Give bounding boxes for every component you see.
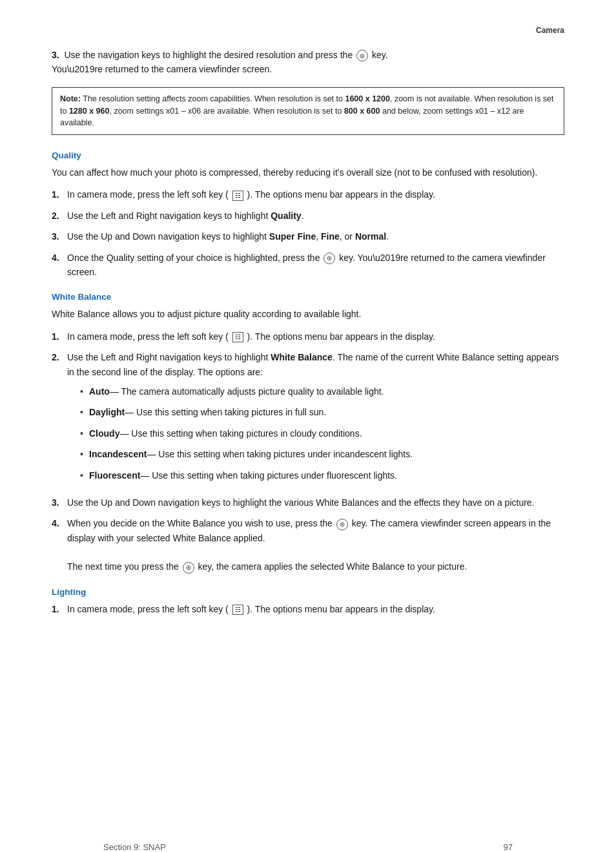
wb-bullet-cloudy: Cloudy — Use this setting when taking pi… — [80, 426, 564, 441]
chapter-title: Camera — [536, 26, 564, 35]
step-content: Use the Up and Down navigation keys to h… — [67, 495, 564, 510]
step-num: 4. — [52, 516, 67, 574]
ok-key-icon-2 — [183, 562, 194, 574]
quality-steps: 1. In camera mode, press the left soft k… — [52, 187, 564, 279]
wb-step-3: 3. Use the Up and Down navigation keys t… — [52, 495, 564, 510]
step3-line: 3. Use the navigation keys to highlight … — [52, 48, 564, 77]
wb-bullet-incandescent: Incandescent — Use this setting when tak… — [80, 447, 564, 461]
wb-bullet-auto: Auto — The camera automatically adjusts … — [80, 384, 564, 399]
lighting-step-1: 1. In camera mode, press the left soft k… — [52, 602, 564, 616]
note-label: Note: — [60, 94, 81, 103]
step-content: In camera mode, press the left soft key … — [67, 602, 564, 616]
step-num: 1. — [52, 329, 67, 344]
page-number: 97 — [504, 842, 513, 852]
svg-point-3 — [329, 258, 330, 259]
wb-step-1: 1. In camera mode, press the left soft k… — [52, 329, 564, 344]
step-content: Use the Up and Down navigation keys to h… — [67, 229, 564, 244]
ok-key-icon — [356, 50, 368, 61]
white-balance-description: White Balance allows you to adjust pictu… — [52, 307, 564, 321]
white-balance-steps: 1. In camera mode, press the left soft k… — [52, 329, 564, 574]
step-content: Use the Left and Right navigation keys t… — [67, 350, 564, 489]
step-num: 3. — [52, 229, 67, 244]
note-text: The resolution setting affects zoom capa… — [60, 94, 554, 128]
step-num: 4. — [52, 251, 67, 280]
quality-description: You can affect how much your photo is co… — [52, 165, 564, 180]
options-key-icon: ☷ — [232, 191, 243, 201]
section-label: Section 9: SNAP — [103, 842, 166, 852]
wb-step-2: 2. Use the Left and Right navigation key… — [52, 350, 564, 489]
page-wrapper: Camera 3. Use the navigation keys to hig… — [52, 26, 564, 852]
step3-num: 3. — [52, 50, 59, 60]
wb-step-4: 4. When you decide on the White Balance … — [52, 516, 564, 574]
step-num: 2. — [52, 209, 67, 223]
svg-point-7 — [187, 567, 189, 568]
svg-point-5 — [342, 524, 343, 525]
lighting-section: Lighting 1. In camera mode, press the le… — [52, 587, 564, 616]
ok-key-icon — [323, 253, 335, 264]
lighting-steps: 1. In camera mode, press the left soft k… — [52, 602, 564, 616]
chapter-header: Camera — [52, 26, 564, 35]
options-key-icon: ☷ — [232, 332, 243, 342]
svg-point-1 — [362, 55, 363, 56]
quality-step-3: 3. Use the Up and Down navigation keys t… — [52, 229, 564, 244]
wb-bullet-daylight: Daylight — Use this setting when taking … — [80, 405, 564, 419]
options-key-icon: ☷ — [232, 605, 243, 615]
quality-section: Quality You can affect how much your pho… — [52, 151, 564, 279]
step-num: 1. — [52, 602, 67, 616]
wb-bullet-fluorescent: Fluorescent — Use this setting when taki… — [80, 468, 564, 483]
step-num: 3. — [52, 495, 67, 510]
step-content: When you decide on the White Balance you… — [67, 516, 564, 574]
step-content: Use the Left and Right navigation keys t… — [67, 209, 564, 223]
quality-heading: Quality — [52, 151, 564, 160]
step-content: Once the Quality setting of your choice … — [67, 251, 564, 280]
wb-bullet-list: Auto — The camera automatically adjusts … — [80, 384, 564, 483]
white-balance-section: White Balance White Balance allows you t… — [52, 292, 564, 574]
quality-step-4: 4. Once the Quality setting of your choi… — [52, 251, 564, 280]
ok-key-icon — [336, 519, 348, 530]
quality-step-1: 1. In camera mode, press the left soft k… — [52, 187, 564, 202]
page-footer: Section 9: SNAP 97 — [52, 842, 564, 852]
step-content: In camera mode, press the left soft key … — [67, 187, 564, 202]
note-box: Note: The resolution setting affects zoo… — [52, 87, 564, 135]
lighting-heading: Lighting — [52, 587, 564, 597]
step3-intro: 3. Use the navigation keys to highlight … — [52, 48, 564, 77]
step-num: 1. — [52, 187, 67, 202]
step-content: In camera mode, press the left soft key … — [67, 329, 564, 344]
quality-step-2: 2. Use the Left and Right navigation key… — [52, 209, 564, 223]
white-balance-heading: White Balance — [52, 292, 564, 302]
step-num: 2. — [52, 350, 67, 489]
